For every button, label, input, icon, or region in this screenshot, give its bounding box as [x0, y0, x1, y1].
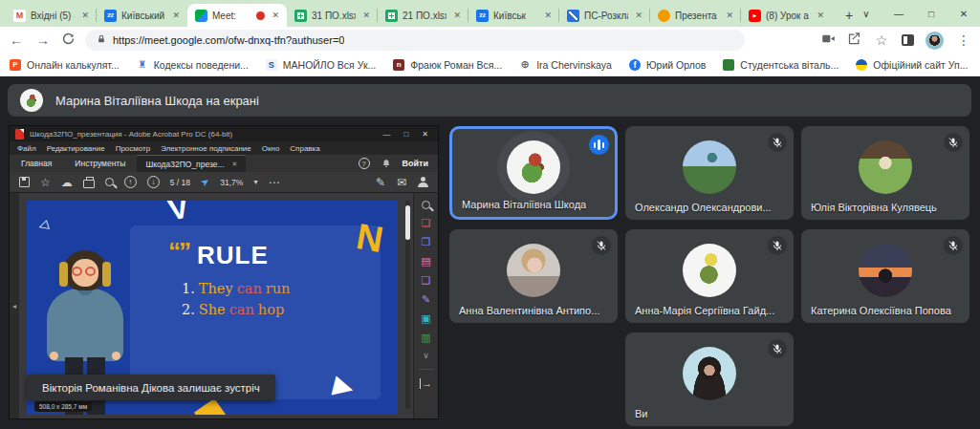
tab-calendar[interactable]: 22 Київський ✕	[97, 4, 187, 27]
bookmark-item[interactable]: Офіційний сайт Уп...	[856, 59, 968, 71]
bookmark-item[interactable]: ♜ Кодексы поведени...	[137, 59, 249, 71]
tab-calendar-2[interactable]: 22 Київськ ✕	[468, 4, 559, 27]
acrobat-toolbar: ☆ ☁ ↑ ↓ 5 / 18 ➤ 31,7% ▾ ⋯ ✎ ✉	[10, 172, 438, 193]
tab-label: 21 ПО.xlsx	[403, 11, 446, 21]
avatar	[859, 244, 912, 297]
bookmark-item[interactable]: S МАНОЙЛО Вся Ук...	[266, 59, 376, 71]
close-icon[interactable]: ✕	[170, 10, 182, 21]
presenter-avatar	[20, 89, 43, 112]
url-text: https://meet.google.com/ofw-dnxq-tfn?aut…	[113, 34, 344, 46]
close-icon[interactable]: ✕	[542, 10, 554, 21]
participant-tile[interactable]: Анна-Марія Сергіївна Гайд...	[625, 229, 794, 323]
avatar	[683, 347, 736, 400]
tab-label: Київськ	[493, 11, 537, 21]
participant-tile[interactable]: Анна Валентинівна Антипо...	[449, 229, 618, 323]
bookmark-item[interactable]: ⊕ Ira Chervinskaya	[519, 59, 612, 71]
maximize-button[interactable]: □	[915, 0, 947, 27]
close-icon[interactable]: ✕	[270, 10, 281, 21]
back-icon[interactable]: ←	[8, 32, 25, 48]
tab-label: Презента	[675, 11, 719, 21]
help-icon: ?	[359, 158, 370, 169]
tab-schedule[interactable]: ПС-Розкла ✕	[559, 4, 650, 27]
tab-label: (8) Урок а	[766, 11, 810, 21]
tab-label: Київський	[121, 11, 165, 21]
mic-off-icon	[768, 236, 787, 255]
reload-icon[interactable]	[61, 32, 76, 50]
envelope-icon: ✉	[397, 177, 406, 188]
bookmark-item[interactable]: Студентська віталь...	[723, 59, 838, 71]
n-site-icon: n	[393, 59, 404, 71]
address-bar[interactable]: https://meet.google.com/ofw-dnxq-tfn?aut…	[85, 30, 745, 51]
acrobat-document-tab: Шкода32ПО_презе... ✕	[137, 155, 246, 172]
document-tab-label: Шкода32ПО_презе...	[145, 160, 224, 169]
tab-search-icon[interactable]: ∨	[850, 0, 882, 27]
s-site-icon: S	[266, 59, 277, 71]
tab-label: 31 ПО.xlsx	[312, 11, 356, 21]
left-panel-collapse: ◂	[10, 193, 19, 418]
media-camera-icon[interactable]	[821, 32, 836, 50]
white-chevron-decoration: V	[164, 201, 192, 228]
expand-panel-icon: →	[420, 378, 432, 389]
participant-tile[interactable]: Олександр Олександрови...	[625, 126, 794, 220]
calendar-icon: 22	[104, 10, 117, 22]
bookmark-item[interactable]: n Фраюк Роман Вся...	[393, 59, 502, 71]
bookmark-label: Офіційний сайт Уп...	[873, 59, 968, 71]
close-icon[interactable]: ✕	[451, 10, 463, 21]
mic-off-icon	[768, 133, 787, 152]
tab-meet-active[interactable]: Meet: ✕	[187, 4, 287, 27]
presenting-banner: Марина Віталіївна Шкода на екрані	[8, 84, 971, 117]
mic-off-icon	[592, 236, 611, 255]
zoom-dropdown-icon: ▾	[253, 179, 257, 186]
bookmarks-bar: P Онлайн калькулят... ♜ Кодексы поведени…	[0, 54, 980, 76]
close-icon[interactable]: ✕	[633, 10, 644, 21]
tab-sheets-21[interactable]: 21 ПО.xlsx ✕	[378, 4, 468, 27]
fill-sign-tool-icon: ✎	[422, 294, 430, 305]
fill-sign-icon: ✎	[376, 177, 385, 188]
participant-tile[interactable]: Юлія Вікторівна Кулявець	[801, 126, 969, 220]
close-icon[interactable]: ✕	[79, 10, 91, 21]
glasses-icon	[72, 267, 96, 276]
menu-file: Файл	[17, 144, 36, 153]
browser-menu-icon[interactable]: ⋮	[955, 32, 972, 48]
acrobat-tab-home: Главная	[10, 159, 63, 168]
notification-bell-icon	[381, 155, 391, 172]
bookmark-label: Кодексы поведени...	[154, 59, 249, 71]
minimize-button[interactable]: —	[882, 0, 915, 27]
acrobat-minimize-icon: —	[382, 130, 390, 139]
chevron-down-icon: ∨	[423, 352, 429, 360]
share-icon[interactable]	[847, 32, 861, 50]
ukraine-flag-icon	[856, 59, 867, 71]
page-indicator: 5 / 18	[170, 178, 190, 187]
close-icon[interactable]: ✕	[815, 10, 826, 21]
screen: M Вхідні (5) - ✕ 22 Київський ✕ Meet: ✕ …	[0, 0, 980, 429]
acrobat-tab-row: Главная Инструменты Шкода32ПО_презе... ✕…	[10, 155, 438, 172]
participant-tile-self[interactable]: Ви	[625, 332, 794, 426]
participant-tile[interactable]: Катерина Олексіївна Попова	[801, 229, 969, 323]
tab-label: ПС-Розкла	[584, 11, 628, 21]
bookmark-item[interactable]: f Юрий Орлов	[629, 59, 706, 71]
side-panel-icon[interactable]	[902, 34, 914, 46]
shield-icon	[723, 59, 734, 71]
more-tools-green-icon: ▥	[421, 332, 430, 343]
forward-icon[interactable]: →	[34, 32, 52, 48]
tab-sheets-31[interactable]: 31 ПО.xlsx ✕	[287, 4, 378, 27]
mic-off-icon	[944, 133, 963, 152]
close-window-button[interactable]: ✕	[947, 0, 980, 27]
sheets-icon	[294, 10, 307, 22]
tab-youtube[interactable]: ▶ (8) Урок а ✕	[741, 4, 832, 27]
close-icon[interactable]: ✕	[360, 10, 372, 21]
tab-gmail[interactable]: M Вхідні (5) - ✕	[6, 4, 97, 27]
page-size-indicator: 508,0 x 285,7 мм	[34, 401, 92, 412]
search-icon	[105, 178, 114, 186]
tab-presentation[interactable]: Презента ✕	[650, 4, 741, 27]
acrobat-maximize-icon: □	[403, 130, 408, 139]
profile-avatar[interactable]	[926, 32, 944, 50]
window-controls: ∨ — □ ✕	[850, 0, 980, 27]
participant-tile[interactable]: Марина Віталіївна Шкода	[449, 126, 618, 220]
bookmark-star-icon[interactable]: ☆	[873, 32, 890, 48]
close-icon[interactable]: ✕	[724, 10, 735, 21]
bookmark-label: МАНОЙЛО Вся Ук...	[283, 59, 376, 71]
bookmark-item[interactable]: P Онлайн калькулят...	[10, 59, 120, 71]
select-cursor-icon: ➤	[198, 175, 212, 190]
mic-off-icon	[768, 339, 787, 358]
